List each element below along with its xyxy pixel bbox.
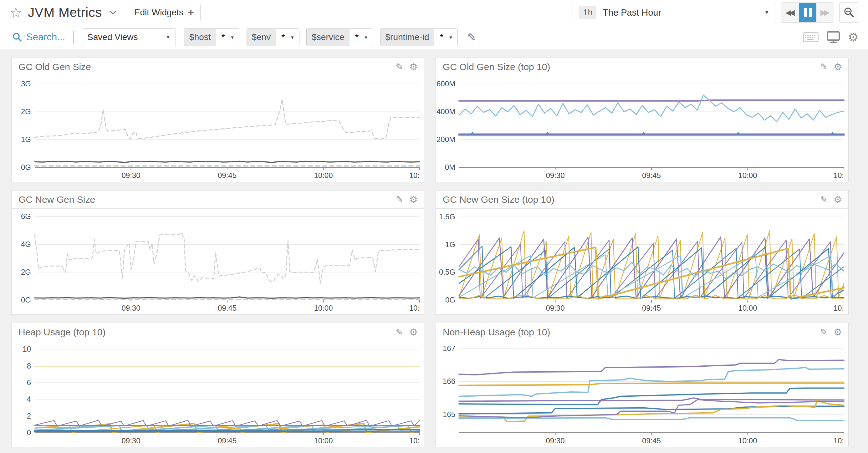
widget-non-heap-usage-top10: Non-Heap Usage (top 10) ✎ ⚙ 16516616709:…: [436, 323, 848, 447]
svg-text:10: 10: [23, 345, 31, 353]
caret-down-icon: ▼: [361, 29, 373, 46]
svg-text:10:00: 10:00: [738, 436, 757, 445]
chart-canvas-heap-usage-top10[interactable]: 024681009:3009:4510:0010:: [11, 341, 424, 447]
widget-settings-gear-icon[interactable]: ⚙: [409, 195, 418, 204]
template-variable-value[interactable]: *: [349, 29, 362, 46]
svg-text:1G: 1G: [21, 135, 31, 143]
svg-text:10:00: 10:00: [314, 304, 333, 312]
svg-text:09:45: 09:45: [218, 436, 237, 445]
svg-text:3G: 3G: [21, 79, 31, 88]
svg-text:10:: 10:: [834, 171, 844, 180]
svg-text:0: 0: [27, 428, 31, 437]
template-variable-pills: $host * ▼ $env * ▼ $service * ▼ $runtime…: [184, 29, 463, 46]
zoom-out-button[interactable]: [839, 2, 859, 23]
template-variable-pill[interactable]: $service * ▼: [306, 29, 373, 46]
edit-variables-pencil-icon[interactable]: ✎: [467, 31, 476, 43]
svg-text:10:: 10:: [409, 436, 420, 445]
top-header: ☆ JVM Metrics Edit Widgets + 1h The Past…: [0, 0, 868, 25]
template-variable-value[interactable]: *: [276, 29, 287, 46]
svg-text:10:: 10:: [409, 304, 420, 312]
edit-widget-pencil-icon[interactable]: ✎: [820, 194, 827, 204]
saved-views-dropdown[interactable]: Saved Views ▼: [82, 29, 176, 46]
template-variable-pill[interactable]: $runtime-id * ▼: [380, 29, 458, 46]
rewind-button[interactable]: ◀◀: [781, 3, 799, 22]
chart-canvas-non-heap-usage-top10[interactable]: 16516616709:3009:4510:0010:: [436, 341, 848, 447]
svg-text:09:45: 09:45: [218, 171, 237, 180]
edit-widget-pencil-icon[interactable]: ✎: [396, 194, 403, 204]
plus-icon: +: [188, 8, 194, 17]
caret-down-icon: ▼: [446, 29, 458, 46]
search-input[interactable]: Search...: [12, 32, 65, 43]
caret-down-icon: ▼: [227, 29, 239, 46]
widget-heap-usage-top10: Heap Usage (top 10) ✎ ⚙ 024681009:3009:4…: [11, 323, 424, 447]
time-range-label: The Past Hour: [603, 7, 661, 18]
svg-text:09:45: 09:45: [642, 304, 661, 312]
time-range-dropdown[interactable]: 1h The Past Hour ▼: [572, 3, 776, 22]
edit-widget-pencil-icon[interactable]: ✎: [396, 327, 403, 337]
svg-text:09:45: 09:45: [642, 171, 661, 180]
caret-down-icon: ▼: [287, 29, 299, 46]
svg-text:0.5G: 0.5G: [439, 268, 455, 276]
widget-title: Heap Usage (top 10): [19, 327, 106, 337]
svg-text:2: 2: [27, 412, 31, 420]
time-range-badge: 1h: [579, 6, 596, 20]
svg-text:10:: 10:: [834, 304, 844, 312]
svg-text:0G: 0G: [21, 296, 31, 304]
widget-title: GC Old Gen Size: [19, 62, 91, 72]
widget-header: GC Old Gen Size (top 10) ✎ ⚙: [436, 58, 848, 76]
widget-settings-gear-icon[interactable]: ⚙: [834, 328, 842, 337]
dashboard-content: GC Old Gen Size ✎ ⚙ 0G1G2G3G09:3009:4510…: [0, 50, 868, 453]
svg-text:8: 8: [27, 362, 31, 370]
svg-text:1.5G: 1.5G: [439, 213, 455, 221]
search-icon: [12, 33, 22, 42]
widget-title: GC Old Gen Size (top 10): [443, 62, 550, 72]
svg-text:1G: 1G: [445, 240, 455, 249]
template-variable-name: $host: [184, 29, 216, 46]
svg-text:09:30: 09:30: [546, 436, 564, 445]
edit-widget-pencil-icon[interactable]: ✎: [820, 327, 827, 337]
widget-header: Non-Heap Usage (top 10) ✎ ⚙: [436, 323, 848, 341]
svg-text:09:30: 09:30: [546, 304, 564, 312]
svg-text:166: 166: [443, 377, 455, 385]
widget-header: GC New Gen Size ✎ ⚙: [11, 191, 424, 209]
widget-settings-gear-icon[interactable]: ⚙: [409, 62, 418, 72]
svg-text:0G: 0G: [21, 163, 31, 171]
chart-canvas-gc-old-gen-size-top10[interactable]: 0M200M400M600M09:3009:4510:0010:: [436, 76, 848, 182]
template-variable-pill[interactable]: $env * ▼: [247, 29, 300, 46]
svg-text:6: 6: [27, 378, 31, 387]
widget-gc-old-gen-size: GC Old Gen Size ✎ ⚙ 0G1G2G3G09:3009:4510…: [11, 58, 424, 182]
edit-widget-pencil-icon[interactable]: ✎: [396, 62, 403, 72]
widget-settings-gear-icon[interactable]: ⚙: [834, 195, 842, 204]
keyboard-shortcuts-icon[interactable]: [803, 32, 818, 42]
svg-text:10:00: 10:00: [738, 171, 757, 180]
favorite-star-icon[interactable]: ☆: [9, 5, 22, 20]
svg-text:200M: 200M: [436, 135, 455, 143]
svg-text:0M: 0M: [445, 163, 455, 171]
fast-forward-button[interactable]: ▶▶: [816, 3, 834, 22]
title-chevron-down-icon[interactable]: [109, 10, 117, 15]
widget-header: GC New Gen Size (top 10) ✎ ⚙: [436, 191, 848, 209]
dashboard-settings-gear-icon[interactable]: ⚙: [848, 31, 859, 43]
template-variable-pill[interactable]: $host * ▼: [184, 29, 239, 46]
edit-widgets-button[interactable]: Edit Widgets +: [128, 4, 200, 21]
chart-canvas-gc-old-gen-size[interactable]: 0G1G2G3G09:3009:4510:0010:: [11, 76, 424, 182]
widget-header: Heap Usage (top 10) ✎ ⚙: [11, 323, 424, 341]
chart-canvas-gc-new-gen-size-top10[interactable]: 0G0.5G1G1.5G09:3009:4510:0010:: [436, 209, 848, 315]
template-variable-value[interactable]: *: [216, 29, 228, 46]
widget-title: GC New Gen Size (top 10): [443, 194, 555, 205]
svg-text:600M: 600M: [436, 79, 455, 88]
template-variable-value[interactable]: *: [434, 29, 446, 46]
svg-text:10:00: 10:00: [314, 436, 333, 445]
widget-gc-new-gen-size: GC New Gen Size ✎ ⚙ 0G2G4G6G09:3009:4510…: [11, 190, 424, 315]
widget-gc-old-gen-size-top10: GC Old Gen Size (top 10) ✎ ⚙ 0M200M400M6…: [436, 58, 848, 182]
pause-button[interactable]: [799, 3, 816, 22]
widget-settings-gear-icon[interactable]: ⚙: [834, 62, 842, 72]
pause-icon: [804, 8, 812, 17]
svg-text:09:30: 09:30: [121, 436, 140, 445]
edit-widgets-label: Edit Widgets: [134, 7, 183, 18]
widget-settings-gear-icon[interactable]: ⚙: [409, 328, 418, 337]
tv-mode-icon[interactable]: [827, 31, 840, 43]
widget-title: Non-Heap Usage (top 10): [443, 327, 550, 337]
edit-widget-pencil-icon[interactable]: ✎: [820, 62, 827, 72]
chart-canvas-gc-new-gen-size[interactable]: 0G2G4G6G09:3009:4510:0010:: [11, 209, 424, 315]
